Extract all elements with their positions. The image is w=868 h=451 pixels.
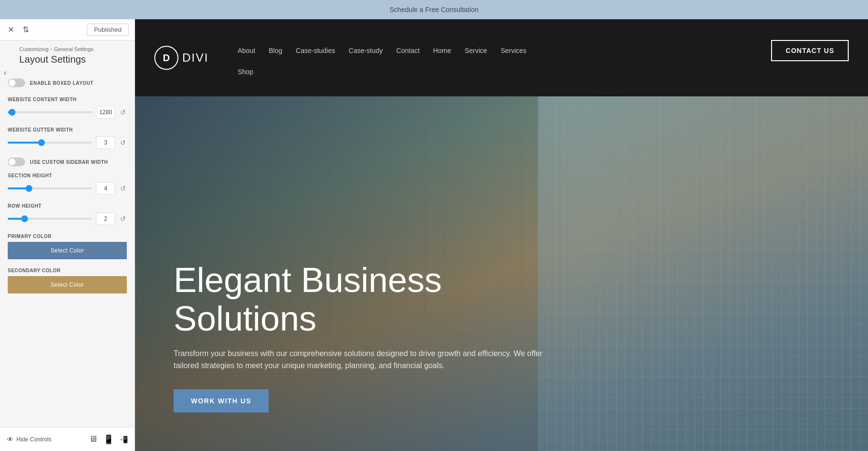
sort-button[interactable]: ⇅ bbox=[21, 23, 31, 36]
nav-link-services[interactable]: Services bbox=[501, 47, 527, 54]
nav-link-service[interactable]: Service bbox=[464, 47, 487, 54]
primary-color-label: PRIMARY COLOR bbox=[8, 234, 127, 239]
hero-subtitle: Transform your business with our compreh… bbox=[174, 347, 550, 372]
nav-link-case-studies[interactable]: Case-studies bbox=[296, 47, 335, 54]
nav-link-home[interactable]: Home bbox=[433, 47, 451, 54]
published-button[interactable]: Published bbox=[87, 24, 129, 36]
top-bar: Schedule a Free Consultation bbox=[0, 0, 868, 19]
nav-link-case-study[interactable]: Case-study bbox=[349, 47, 383, 54]
enable-boxed-label: ENABLE BOXED LAYOUT bbox=[30, 80, 94, 86]
row-height-reset[interactable]: ↺ bbox=[119, 214, 127, 224]
logo-letter: D bbox=[163, 53, 170, 64]
gutter-width-track[interactable] bbox=[8, 142, 92, 144]
mobile-view-button[interactable]: 📲 bbox=[120, 434, 128, 445]
custom-sidebar-row: USE CUSTOM SIDEBAR WIDTH bbox=[8, 158, 127, 166]
gutter-width-thumb[interactable] bbox=[38, 139, 45, 146]
primary-color-group: PRIMARY COLOR Select Color bbox=[8, 234, 127, 259]
back-button[interactable]: ‹ bbox=[4, 68, 6, 77]
section-height-slider-row: ↺ bbox=[8, 182, 127, 195]
logo-circle: D bbox=[154, 46, 178, 70]
section-height-label: SECTION HEIGHT bbox=[8, 173, 127, 178]
site-nav: About Blog Case-studies Case-study Conta… bbox=[238, 40, 849, 76]
content-width-slider-row: ↺ bbox=[8, 106, 127, 119]
site-logo: D DIVI bbox=[154, 46, 209, 70]
enable-boxed-toggle-row: ENABLE BOXED LAYOUT bbox=[8, 79, 127, 87]
desktop-icon: 🖥 bbox=[89, 434, 97, 444]
primary-color-button[interactable]: Select Color bbox=[8, 242, 127, 259]
close-button[interactable]: ✕ bbox=[6, 23, 16, 36]
hide-controls-button[interactable]: 👁 Hide Controls bbox=[7, 436, 52, 443]
hero-title-line1: Elegant Business bbox=[174, 261, 442, 299]
row-height-input[interactable] bbox=[96, 212, 115, 225]
row-height-label: ROW HEIGHT bbox=[8, 203, 127, 209]
breadcrumb: Customizing › General Settings bbox=[19, 46, 127, 52]
tablet-icon: 📱 bbox=[103, 435, 114, 444]
content-width-input[interactable] bbox=[96, 106, 115, 119]
panel-title: Layout Settings bbox=[19, 54, 127, 65]
building-illustration bbox=[538, 96, 868, 451]
hero-section: Elegant Business Solutions Transform you… bbox=[135, 96, 868, 451]
row-height-track[interactable] bbox=[8, 218, 92, 220]
section-height-input[interactable] bbox=[96, 182, 115, 195]
panel-topbar: ✕ ⇅ Published bbox=[0, 19, 135, 40]
custom-sidebar-toggle[interactable] bbox=[8, 158, 25, 166]
breadcrumb-child: General Settings bbox=[54, 46, 94, 52]
gutter-width-group: WEBSITE GUTTER WIDTH ↺ bbox=[8, 127, 127, 149]
main-row: ✕ ⇅ Published ‹ Customizing › General Se… bbox=[0, 19, 868, 451]
hide-controls-label: Hide Controls bbox=[16, 436, 52, 443]
content-width-group: WEBSITE CONTENT WIDTH ↺ bbox=[8, 97, 127, 119]
section-height-reset[interactable]: ↺ bbox=[119, 184, 127, 193]
top-bar-text: Schedule a Free Consultation bbox=[390, 6, 478, 13]
nav-link-contact[interactable]: Contact bbox=[396, 47, 420, 54]
secondary-color-group: SECONDARY COLOR Select Color bbox=[8, 268, 127, 293]
nav-link-blog[interactable]: Blog bbox=[269, 47, 282, 54]
content-width-thumb[interactable] bbox=[9, 109, 15, 116]
nav-link-shop[interactable]: Shop bbox=[238, 68, 254, 76]
preview-area: D DIVI About Blog Case-studies Case-stud… bbox=[135, 19, 868, 451]
eye-icon: 👁 bbox=[7, 436, 14, 443]
secondary-color-button[interactable]: Select Color bbox=[8, 276, 127, 293]
row-height-thumb[interactable] bbox=[21, 215, 28, 222]
tablet-view-button[interactable]: 📱 bbox=[103, 434, 114, 445]
site-header: D DIVI About Blog Case-studies Case-stud… bbox=[135, 19, 868, 96]
nav-row-top: About Blog Case-studies Case-study Conta… bbox=[238, 40, 849, 61]
hero-content: Elegant Business Solutions Transform you… bbox=[174, 261, 550, 412]
gutter-width-input[interactable] bbox=[96, 136, 115, 149]
gutter-width-reset[interactable]: ↺ bbox=[119, 138, 127, 147]
nav-link-about[interactable]: About bbox=[238, 47, 256, 54]
section-height-thumb[interactable] bbox=[26, 185, 32, 192]
view-icons: 🖥 📱 📲 bbox=[89, 434, 128, 445]
left-panel: ✕ ⇅ Published ‹ Customizing › General Se… bbox=[0, 19, 135, 451]
breadcrumb-parent: Customizing bbox=[19, 46, 49, 52]
secondary-color-label: SECONDARY COLOR bbox=[8, 268, 127, 273]
content-width-reset[interactable]: ↺ bbox=[119, 107, 127, 117]
section-height-track[interactable] bbox=[8, 187, 92, 189]
gutter-width-label: WEBSITE GUTTER WIDTH bbox=[8, 127, 127, 133]
section-height-group: SECTION HEIGHT ↺ bbox=[8, 173, 127, 195]
breadcrumb-area: ‹ Customizing › General Settings Layout … bbox=[0, 40, 135, 69]
row-height-slider-row: ↺ bbox=[8, 212, 127, 225]
content-width-track[interactable] bbox=[8, 111, 92, 113]
desktop-view-button[interactable]: 🖥 bbox=[89, 434, 97, 445]
gutter-width-slider-row: ↺ bbox=[8, 136, 127, 149]
content-width-label: WEBSITE CONTENT WIDTH bbox=[8, 97, 127, 102]
nav-row-bottom: Shop bbox=[238, 68, 849, 76]
gutter-width-fill bbox=[8, 142, 41, 144]
bottom-controls: 👁 Hide Controls 🖥 📱 📲 bbox=[0, 427, 135, 451]
hero-title: Elegant Business Solutions bbox=[174, 261, 550, 337]
mobile-icon: 📲 bbox=[120, 436, 128, 443]
row-height-group: ROW HEIGHT ↺ bbox=[8, 203, 127, 225]
panel-content: ENABLE BOXED LAYOUT WEBSITE CONTENT WIDT… bbox=[0, 69, 135, 427]
enable-boxed-toggle[interactable] bbox=[8, 79, 25, 87]
custom-sidebar-label: USE CUSTOM SIDEBAR WIDTH bbox=[30, 159, 108, 165]
logo-text: DIVI bbox=[182, 51, 209, 65]
breadcrumb-separator: › bbox=[51, 47, 52, 52]
hero-title-line2: Solutions bbox=[174, 299, 316, 338]
contact-us-button[interactable]: CONTACT US bbox=[771, 40, 849, 61]
hero-cta-button[interactable]: WORK WITH US bbox=[174, 389, 269, 412]
